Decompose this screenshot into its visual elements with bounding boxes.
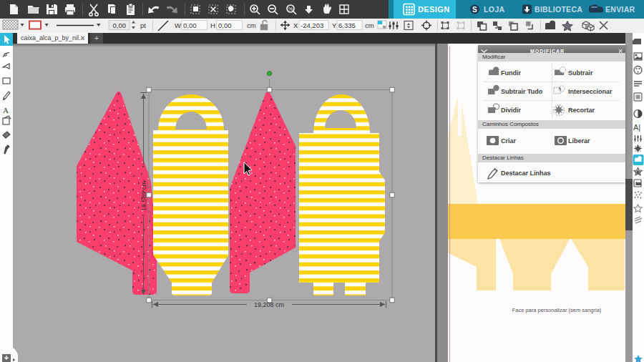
svg-text:BIBLIOTECA: BIBLIOTECA xyxy=(535,5,582,14)
svg-text:Subtrair Tudo: Subtrair Tudo xyxy=(501,88,543,95)
svg-text:Dividir: Dividir xyxy=(501,107,522,114)
svg-text:cm: cm xyxy=(365,21,374,29)
svg-text:ENVIAR: ENVIAR xyxy=(605,5,635,14)
svg-text:Criar: Criar xyxy=(501,137,517,145)
svg-text:S: S xyxy=(472,6,477,14)
svg-text:Liberar: Liberar xyxy=(568,137,590,145)
svg-text:Interseccionar: Interseccionar xyxy=(568,88,613,95)
svg-text:W: W xyxy=(175,21,181,29)
svg-text:0,00: 0,00 xyxy=(113,21,127,29)
svg-text:A: A xyxy=(3,106,9,114)
svg-text:A|: A| xyxy=(633,123,640,132)
svg-text:pt: pt xyxy=(140,21,146,29)
svg-text:Face para personalizar (sem sa: Face para personalizar (sem sangria) xyxy=(512,307,602,313)
svg-text:Fundir: Fundir xyxy=(501,69,521,77)
svg-text:-24,203: -24,203 xyxy=(301,21,323,29)
svg-text:H: H xyxy=(210,21,215,29)
svg-text:DESIGN: DESIGN xyxy=(418,5,450,14)
svg-text:Subtrair: Subtrair xyxy=(568,69,593,77)
svg-text:cm: cm xyxy=(247,21,256,29)
svg-text:X: X xyxy=(293,21,298,29)
svg-text:Destacar Linhas: Destacar Linhas xyxy=(501,170,551,177)
svg-text:0,00: 0,00 xyxy=(183,21,197,29)
svg-text:Recortar: Recortar xyxy=(568,107,595,114)
svg-text:LOJA: LOJA xyxy=(484,5,505,14)
svg-text:0,00: 0,00 xyxy=(218,21,232,29)
svg-text:6,335: 6,335 xyxy=(338,21,356,29)
svg-text:%: % xyxy=(288,6,293,11)
svg-text:Y: Y xyxy=(332,21,337,29)
